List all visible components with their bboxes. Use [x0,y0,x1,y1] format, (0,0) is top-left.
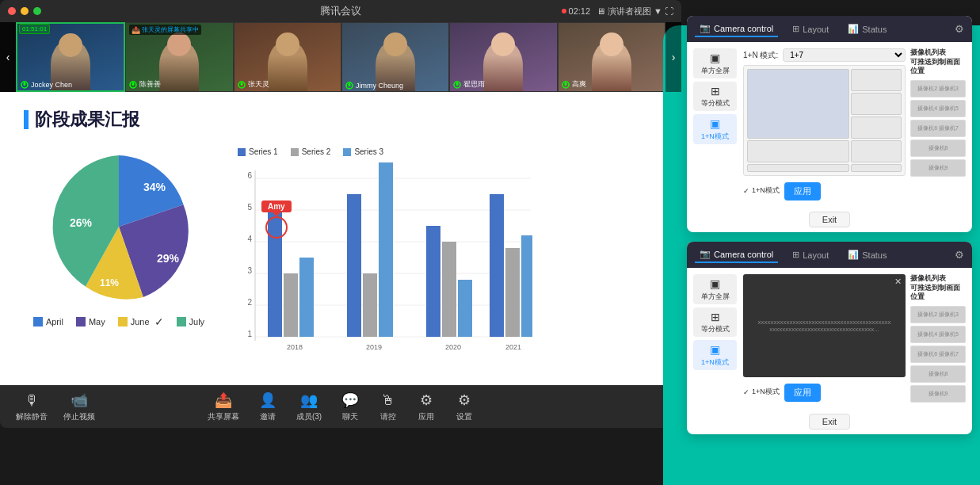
tab-camera-control-1[interactable]: 📷 Camera control [695,21,778,37]
pie-svg: 34% 29% 11% 26% [40,147,198,306]
invite-button[interactable]: 👤 邀请 [258,391,277,422]
main-window: 腾讯会议 02:12 🖥 演讲者视图 ▼ ⛶ ‹ 01:51:01 [0,0,681,428]
pie-chart: 34% 29% 11% 26% [40,147,198,306]
check-icon: ✓ [743,187,749,195]
participant-thumb[interactable]: 高爽 [558,22,665,92]
tab-layout-2[interactable]: ⊞ Layout [787,247,833,262]
apps-button[interactable]: ⚙ 应用 [417,391,436,422]
panel-container: 📷 Camera control ⊞ Layout 📊 Status ⚙ ▣ 单… [687,16,972,434]
toolbar-center: 📤 共享屏幕 👤 邀请 👥 成员(3) 💬 聊天 🖱 请控 ⚙ 应用 [208,391,474,422]
participant-thumb[interactable]: 翟思雨 [449,22,557,92]
thumb-slot[interactable]: 摄像机8 [910,139,966,157]
legend-series2: Series 2 [291,147,331,156]
close-button[interactable] [8,7,16,15]
recording-time: 02:12 [569,6,591,16]
thumb-slot-2[interactable]: 摄像机8 [910,365,966,383]
maximize-button[interactable] [33,7,41,15]
prev-arrow[interactable]: ‹ [0,22,16,92]
svg-rect-9 [456,82,459,86]
sidebar-single-view[interactable]: ▣ 单方全屏 [693,48,737,78]
sidebar-1n-view[interactable]: ▣ 1+N模式 [693,114,737,144]
svg-text:2021: 2021 [505,343,521,351]
presenter-icon: 🖥 [597,6,605,16]
svg-rect-42 [379,162,393,337]
thumb-slot[interactable]: 摄像机2 摄像机3 [910,80,966,97]
svg-text:26%: 26% [70,216,93,229]
gear-button-2[interactable]: ⚙ [955,249,964,261]
mic-on-icon [562,81,570,89]
exit-button-2[interactable]: Exit [809,414,850,430]
next-arrow[interactable]: › [665,22,681,92]
svg-rect-44 [426,226,440,337]
panel-2-header: 📷 Camera control ⊞ Layout 📊 Status ⚙ [687,242,972,268]
layout-select-1[interactable]: 1+7 1+3 1+5 [783,48,906,62]
sidebar-equal-view[interactable]: ⊞ 等分模式 [693,82,737,112]
control-button[interactable]: 🖱 请控 [379,391,398,422]
chat-button[interactable]: 💬 聊天 [341,391,360,422]
sidebar-single-view-2[interactable]: ▣ 单方全屏 [693,274,737,304]
control-icon: 🖱 [379,391,398,410]
participant-thumb[interactable]: 📤 张天灵的屏幕共享中 陈善善 [125,22,233,92]
gear-button-1[interactable]: ⚙ [955,23,964,35]
svg-rect-17 [76,317,86,327]
minimize-button[interactable] [21,7,29,15]
panel-1-sidebar: ▣ 单方全屏 ⊞ 等分模式 ▣ 1+N模式 [693,48,737,200]
svg-rect-40 [347,194,361,337]
thumb-slot-2[interactable]: 摄像机4 摄像机5 [910,326,966,343]
video-label: 停止视频 [63,411,95,422]
tab-status-1[interactable]: 📊 Status [843,21,891,36]
tab-layout-1[interactable]: ⊞ Layout [787,21,833,36]
legend-series3: Series 3 [343,147,383,156]
thumb-slot-2[interactable]: 摄像机9 [910,385,966,403]
july-label: July [189,317,205,327]
participant-thumb[interactable]: Jimmy Cheung [341,22,449,92]
small-cell [851,140,902,162]
participants-button[interactable]: 👥 成员(3) [296,391,322,422]
equal-icon: ⊞ [696,85,734,98]
chat-label: 聊天 [342,411,358,422]
presenter-mode-button[interactable]: 🖥 演讲者视图 ▼ ⛶ [597,6,673,17]
mute-button[interactable]: 🎙 解除静音 [16,391,48,422]
single-icon-2: ▣ [696,277,734,291]
svg-text:5: 5 [247,203,252,212]
tab-status-2[interactable]: 📊 Status [843,247,891,262]
exit-button-1[interactable]: Exit [809,212,850,227]
toolbar: 🎙 解除静音 📹 停止视频 📤 共享屏幕 👤 邀请 👥 成员(3) � [0,385,681,428]
main-cell [747,69,849,139]
close-preview-button[interactable]: ✕ [894,277,902,287]
participant-thumb[interactable]: 01:51:01 Jockey Chen [16,22,125,92]
status-icon-tab2: 📊 [848,250,859,260]
participants-label: 成员(3) [296,411,322,422]
thumb-slot[interactable]: 摄像机4 摄像机5 [910,100,966,117]
participant-grid: 01:51:01 Jockey Chen 📤 张天灵的屏幕共享中 [16,22,665,92]
apply-button-1[interactable]: 应用 [784,182,821,200]
legend-series1: Series 1 [238,147,278,156]
share-button[interactable]: 📤 共享屏幕 [208,391,239,422]
layout-grid-1: 1+N 模式: 1+7 1+3 1+5 [743,48,906,200]
rec-dot [562,9,566,13]
small-cell [851,116,902,139]
video-button[interactable]: 📹 停止视频 [63,391,95,422]
thumb-slot[interactable]: 摄像机9 [910,159,966,177]
pie-container: 34% 29% 11% 26% April May [24,147,214,328]
screen-share-badge: 📤 张天灵的屏幕共享中 [129,25,201,35]
small-cell [851,93,902,115]
layout-controls-1: 1+N 模式: 1+7 1+3 1+5 [743,48,906,62]
settings-button[interactable]: ⚙ 设置 [455,391,474,422]
panel-1-right-list: 摄像机列表可推送到制画面位置 摄像机2 摄像机3 摄像机4 摄像机5 摄像机6 … [910,48,966,200]
apply-button-2[interactable]: 应用 [784,384,821,402]
sidebar-equal-view-2[interactable]: ⊞ 等分模式 [693,307,737,338]
thumb-slot[interactable]: 摄像机6 摄像机7 [910,120,966,137]
equal-icon-2: ⊞ [696,311,734,324]
thumb-slot-2[interactable]: 摄像机2 摄像机3 [910,306,966,323]
participant-name: Jockey Chen [21,81,120,89]
sidebar-1n-view-2[interactable]: ▣ 1+N模式 [693,340,737,370]
thumb-slot-2[interactable]: 摄像机6 摄像机7 [910,346,966,363]
small-cell [747,140,849,162]
legend-april: April [33,315,63,328]
camera-icon: 📹 [70,391,89,410]
participant-thumb[interactable]: 张天灵 [234,22,341,92]
invite-icon: 👤 [258,391,277,410]
toolbar-left: 🎙 解除静音 📹 停止视频 [16,391,95,422]
tab-camera-control-2[interactable]: 📷 Camera control [695,246,778,263]
